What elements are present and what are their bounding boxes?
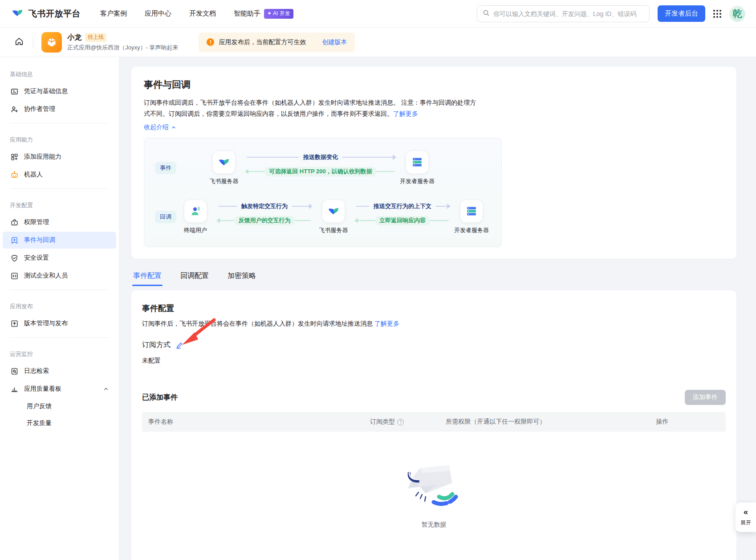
sidebar-item-version-release[interactable]: 版本管理与发布 <box>3 315 116 332</box>
create-version-link[interactable]: 创建版本 <box>322 38 347 46</box>
credential-icon <box>10 87 19 96</box>
main-content: 事件与回调 订阅事件或回调后，飞书开放平台将会在事件（如机器人入群）发生时向请求… <box>119 57 756 560</box>
chevron-up-icon[interactable] <box>103 386 109 392</box>
sidebar-item-permissions[interactable]: 权限管理 <box>3 214 116 231</box>
sidebar-subitem-user-feedback[interactable]: 用户反馈 <box>3 398 116 414</box>
sidebar-item-label: 用户反馈 <box>27 402 52 410</box>
bar-chart-icon <box>10 384 19 393</box>
app-subtitle: 正式应用@快乐西游（Joyxy）- 掌声响起来 <box>67 44 178 52</box>
sidebar-item-label: 事件与回调 <box>24 236 55 244</box>
feishu-server-node: 飞书服务器 <box>205 151 243 185</box>
code-icon <box>10 271 19 280</box>
ai-dev-badge: ✦AI 开发 <box>264 9 293 19</box>
learn-more-link[interactable]: 了解更多 <box>393 110 418 117</box>
nav-item-appcenter[interactable]: 应用中心 <box>145 9 171 18</box>
collaborator-icon <box>10 105 19 114</box>
edit-subscription-button[interactable] <box>176 341 183 349</box>
add-event-button[interactable]: 添加事件 <box>685 390 726 405</box>
avatar[interactable]: 乾 <box>729 6 745 22</box>
forward-arrow: 推送交互行为的上下文 <box>355 201 450 211</box>
feishu-server-node: 飞书服务器 <box>314 200 353 234</box>
search-input[interactable] <box>493 10 644 17</box>
app-name: 小龙 <box>67 33 81 42</box>
permission-icon <box>10 218 19 227</box>
event-config-title: 事件配置 <box>142 303 726 314</box>
forward-arrow: 触发特定交互行为 <box>217 201 312 211</box>
warning-icon: ! <box>207 38 214 46</box>
sidebar-item-label: 协作者管理 <box>24 105 55 113</box>
home-button[interactable] <box>12 35 27 50</box>
tab-event-config[interactable]: 事件配置 <box>132 268 163 286</box>
brand[interactable]: 飞书开放平台 <box>11 6 81 21</box>
top-nav: 飞书开放平台 客户案例 应用中心 开发文档 智能助手 ✦AI 开发 开发者后台 … <box>0 0 756 28</box>
nav-item-docs[interactable]: 开发文档 <box>189 9 216 18</box>
global-search <box>477 5 650 22</box>
learn-more-link[interactable]: 了解更多 <box>374 320 399 327</box>
user-icon <box>184 200 207 223</box>
sidebar-section-capability: 应用能力 <box>0 129 119 147</box>
robot-icon <box>10 170 19 179</box>
apps-grid-icon[interactable] <box>713 10 721 18</box>
developer-server-node: 开发者服务器 <box>398 151 436 185</box>
events-callbacks-intro-card: 事件与回调 订阅事件或回调后，飞书开放平台将会在事件（如机器人入群）发生时向请求… <box>131 67 736 259</box>
sidebar-item-test-company[interactable]: 测试企业和人员 <box>3 267 116 284</box>
feishu-logo-icon <box>322 200 345 223</box>
event-config-card: 事件配置 订阅事件后，飞书开放平台将会在事件（如机器人入群）发生时向请求地址推送… <box>131 290 736 560</box>
expand-panel-button[interactable]: « 展开 <box>736 503 756 532</box>
arrow-label: 触发特定交互行为 <box>237 202 292 211</box>
help-icon[interactable]: ? <box>397 419 404 425</box>
return-arrow: 反馈用户的交互行为 <box>217 216 312 225</box>
events-table-header: 事件名称 订阅类型 ? 所需权限（开通以下任一权限即可） 操作 <box>142 412 726 432</box>
forward-arrow: 推送数据变化 <box>246 152 395 162</box>
feishu-logo-icon <box>212 151 236 174</box>
arrow-label: 反馈用户的交互行为 <box>234 216 295 225</box>
column-event-name: 事件名称 <box>142 418 364 426</box>
app-sub-header: 小龙 待上线 正式应用@快乐西游（Joyxy）- 掌声响起来 ! 应用发布后，当… <box>0 28 756 57</box>
sidebar-item-label: 机器人 <box>24 171 43 179</box>
diagram-row-event: 事件 飞书服务器 推送数据变化 可选择返回 HTTP 200，以确认收到数据 <box>144 144 501 193</box>
feishu-logo-icon <box>11 6 24 21</box>
divider <box>10 123 109 123</box>
return-arrow: 立即返回响应内容 <box>355 216 450 225</box>
config-tabs: 事件配置 回调配置 加密策略 <box>132 268 736 286</box>
sidebar-item-credentials[interactable]: 凭证与基础信息 <box>3 83 116 100</box>
developer-console-button[interactable]: 开发者后台 <box>658 5 705 22</box>
status-badge: 待上线 <box>85 33 106 42</box>
server-icon <box>406 151 429 174</box>
tab-encryption-policy[interactable]: 加密策略 <box>227 268 257 286</box>
sidebar-item-label: 安全设置 <box>24 254 49 262</box>
sidebar-item-add-capability[interactable]: 添加应用能力 <box>3 148 116 165</box>
event-badge: 事件 <box>155 162 176 174</box>
subscription-status: 未配置 <box>142 357 726 365</box>
nav-item-assistant[interactable]: 智能助手 ✦AI 开发 <box>234 9 293 19</box>
nav-item-cases[interactable]: 客户案例 <box>100 9 127 18</box>
avatar-glyph: 乾 <box>732 7 742 20</box>
divider <box>10 337 109 338</box>
subscription-method-label: 订阅方式 <box>142 340 171 350</box>
event-config-description: 订阅事件后，飞书开放平台将会在事件（如机器人入群）发生时向请求地址推送消息 了解… <box>142 320 726 328</box>
sidebar-item-bot[interactable]: 机器人 <box>3 166 116 183</box>
arrow-label: 推送数据变化 <box>299 153 342 162</box>
warning-text: 应用发布后，当前配置方可生效 <box>219 38 306 46</box>
sidebar-item-label: 添加应用能力 <box>24 153 61 161</box>
add-capability-icon <box>10 152 19 161</box>
sidebar-item-quality-dashboard[interactable]: 应用质量看板 <box>3 380 116 397</box>
divider <box>10 188 109 189</box>
sidebar-item-collaborators[interactable]: 协作者管理 <box>3 101 116 118</box>
column-actions: 操作 <box>650 418 726 426</box>
sidebar-item-log-search[interactable]: 日志检索 <box>3 363 116 380</box>
added-events-title: 已添加事件 <box>142 393 178 402</box>
empty-text: 暂无数据 <box>422 521 447 529</box>
sidebar-item-label: 应用质量看板 <box>24 385 61 393</box>
event-callback-diagram: 事件 飞书服务器 推送数据变化 可选择返回 HTTP 200，以确认收到数据 <box>144 138 502 247</box>
collapse-intro-link[interactable]: 收起介绍 <box>144 123 176 131</box>
tab-callback-config[interactable]: 回调配置 <box>179 268 210 286</box>
double-chevron-left-icon: « <box>744 508 748 516</box>
expand-label: 展开 <box>740 519 751 527</box>
sidebar-item-security[interactable]: 安全设置 <box>3 249 116 266</box>
app-icon <box>41 32 62 53</box>
sidebar-subitem-dev-quality[interactable]: 开发质量 <box>3 415 116 431</box>
sidebar: 基础信息 凭证与基础信息 协作者管理 应用能力 添加应用能力 机器人 <box>0 57 119 560</box>
sidebar-item-events-callbacks[interactable]: 事件与回调 <box>3 232 116 249</box>
release-icon <box>10 319 19 328</box>
